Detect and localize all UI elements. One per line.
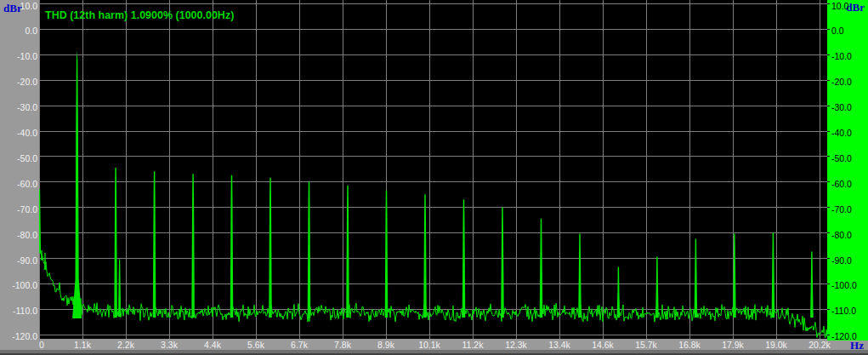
meter-tick-label: 10.0: [831, 2, 848, 11]
meter-tick-label: -30.0: [831, 103, 852, 112]
x-tick-label: 13.4k: [538, 340, 581, 350]
meter-tick-label: -40.0: [831, 129, 852, 138]
meter-tick-label: -80.0: [831, 231, 852, 240]
y-tick-label: 0.0: [0, 26, 37, 36]
right-axis-unit-dbr: dBr: [846, 1, 865, 14]
meter-tick-mark: [827, 106, 830, 106]
x-tick-label: 4.4k: [191, 340, 234, 350]
y-tick-label: -120.0: [0, 332, 37, 341]
spectrum-trace-canvas: [39, 0, 827, 339]
meter-tick-label: -90.0: [831, 256, 852, 266]
meter-tick-mark: [827, 131, 830, 132]
meter-tick-label: -20.0: [831, 77, 852, 87]
y-tick-label: -60.0: [0, 180, 37, 189]
meter-tick-mark: [827, 335, 830, 335]
x-tick-label: 8.9k: [365, 340, 407, 350]
x-tick-label: 1.1k: [61, 340, 104, 350]
x-tick-label: 19.0k: [755, 340, 797, 350]
x-tick-label: 7.8k: [321, 340, 364, 350]
y-tick-label: -70.0: [0, 205, 37, 215]
x-tick-label: 6.7k: [278, 340, 321, 350]
x-tick-label: 12.3k: [495, 340, 537, 350]
y-tick-label: -110.0: [0, 306, 37, 316]
meter-tick-mark: [827, 80, 830, 81]
meter-tick-label: -70.0: [831, 205, 852, 215]
x-tick-label: 16.8k: [668, 340, 711, 350]
x-tick-label: 11.2k: [451, 340, 494, 350]
meter-tick-label: -10.0: [831, 52, 852, 61]
y-tick-label: -10.0: [0, 52, 37, 61]
x-tick-label: 2.2k: [105, 340, 147, 350]
meter-tick-label: -120.0: [831, 332, 857, 341]
y-tick-label: -20.0: [0, 77, 37, 87]
y-tick-label: -90.0: [0, 256, 37, 266]
meter-tick-mark: [827, 3, 830, 4]
meter-tick-mark: [827, 309, 830, 310]
spectrum-plot-area[interactable]: THD (12th harm) 1.0900% (1000.00Hz): [39, 0, 827, 339]
spectrum-analyzer-window: dBr 10.00.0-10.0-20.0-30.0-40.0-50.0-60.…: [0, 0, 868, 355]
y-tick-label: 10.0: [0, 2, 37, 11]
y-tick-label: -80.0: [0, 231, 37, 240]
meter-tick-mark: [827, 232, 830, 233]
meter-tick-mark: [827, 283, 830, 284]
y-tick-label: -30.0: [0, 103, 37, 112]
thd-readout: THD (12th harm) 1.0900% (1000.00Hz): [45, 9, 234, 21]
meter-tick-mark: [827, 181, 830, 182]
x-tick-label: 3.3k: [148, 340, 190, 350]
meter-tick-mark: [827, 207, 830, 208]
noise-floor-trace: [39, 245, 827, 338]
meter-tick-label: -50.0: [831, 154, 852, 163]
bottom-axis: 201.1k2.2k3.3k4.4k5.6k6.7k7.8k8.9k10.1k1…: [0, 339, 868, 350]
meter-tick-label: 0.0: [831, 26, 844, 36]
y-tick-label: -100.0: [0, 281, 37, 290]
x-tick-label: 15.7k: [625, 340, 667, 350]
x-tick-label: 14.6k: [582, 340, 624, 350]
y-tick-label: -50.0: [0, 154, 37, 163]
meter-tick-label: -60.0: [831, 180, 852, 189]
meter-tick-mark: [827, 29, 830, 30]
meter-tick-mark: [827, 156, 830, 157]
x-tick-label: 10.1k: [408, 340, 451, 350]
x-tick-label: 17.9k: [712, 340, 754, 350]
meter-tick-label: -110.0: [831, 306, 856, 316]
y-tick-label: -40.0: [0, 129, 37, 138]
level-meter-bar: dBr 10.00.0-10.0-20.0-30.0-40.0-50.0-60.…: [827, 0, 868, 341]
meter-tick-mark: [827, 258, 830, 259]
meter-tick-label: -100.0: [831, 281, 857, 290]
meter-tick-mark: [827, 54, 830, 55]
left-axis: dBr 10.00.0-10.0-20.0-30.0-40.0-50.0-60.…: [0, 0, 39, 350]
grid-lines: [39, 0, 827, 339]
x-tick-label: 5.6k: [235, 340, 277, 350]
harmonic-peaks: [72, 50, 814, 318]
